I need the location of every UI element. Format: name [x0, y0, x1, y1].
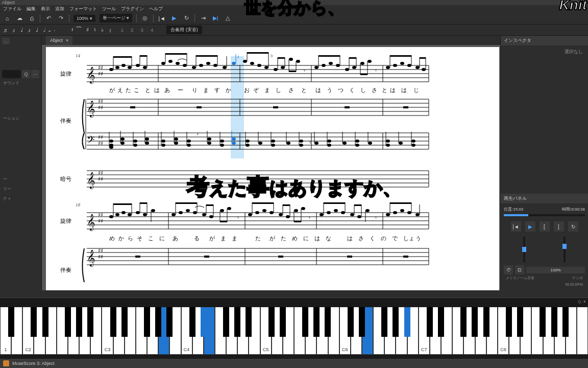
rewind-icon[interactable]: |◄ — [158, 14, 166, 22]
piano-black-key[interactable] — [87, 307, 93, 337]
piano-black-key[interactable] — [427, 307, 433, 337]
note-16-icon[interactable]: ♩ — [20, 27, 23, 33]
sharp-icon[interactable]: ♯ — [86, 27, 89, 33]
piano-black-key[interactable] — [302, 307, 308, 337]
piano-black-key[interactable] — [110, 307, 116, 337]
close-tab-icon[interactable]: × — [66, 38, 68, 43]
repeat-icon[interactable]: ⇥ — [199, 14, 207, 22]
svg-point-74 — [352, 66, 356, 69]
flat-icon[interactable]: ♭ — [101, 27, 104, 33]
piano-black-key[interactable] — [393, 307, 399, 337]
palette-item[interactable]: ティ — [2, 194, 39, 203]
metronome-volume-slider[interactable] — [523, 237, 525, 262]
piano-black-key[interactable] — [404, 307, 410, 337]
menu-file[interactable]: ファイル — [3, 6, 21, 12]
piano-black-key[interactable] — [280, 307, 286, 337]
piano-black-key[interactable] — [166, 307, 173, 337]
document-tab[interactable]: Abject × — [46, 36, 72, 45]
piano-black-key[interactable] — [189, 307, 195, 337]
piano-black-key[interactable] — [246, 307, 252, 337]
piano-black-key[interactable] — [121, 307, 128, 337]
piano-black-key[interactable] — [144, 307, 150, 337]
metronome-icon[interactable]: △ — [224, 14, 232, 22]
redo-icon[interactable]: ↷ — [57, 14, 65, 22]
loop-end-button[interactable]: ] — [554, 221, 564, 232]
piano-black-key[interactable] — [438, 307, 444, 337]
piano-white-key[interactable] — [577, 307, 588, 355]
tempo-percent[interactable]: 100% — [526, 267, 585, 273]
note-32-icon[interactable]: ♪ — [12, 27, 15, 33]
dot-icon[interactable]: · — [54, 27, 55, 33]
piano-black-key[interactable] — [325, 307, 331, 337]
piano-black-key[interactable] — [268, 307, 275, 337]
palette-item[interactable]: ーション — [2, 113, 39, 123]
metronome-icon[interactable]: ⏱ — [504, 265, 513, 274]
note-64-icon[interactable]: ♬ — [3, 27, 7, 33]
home-icon[interactable]: ⌂ — [3, 14, 11, 22]
menu-view[interactable]: 表示 — [41, 6, 50, 12]
menu-edit[interactable]: 編集 — [27, 6, 36, 12]
palette-search[interactable] — [2, 70, 21, 78]
piano-black-key[interactable] — [540, 307, 546, 337]
tie-icon[interactable]: ⁀ — [77, 27, 81, 33]
panel-close-icon[interactable]: × — [583, 299, 586, 304]
search-icon[interactable]: Q — [22, 70, 30, 78]
piano-black-key[interactable] — [472, 307, 478, 337]
piano-black-key[interactable] — [506, 307, 512, 337]
piano-black-key[interactable] — [8, 307, 14, 337]
page-mode-select[interactable]: 単一ページ ▾ — [100, 14, 133, 22]
menu-add[interactable]: 追加 — [55, 6, 64, 12]
menu-tools[interactable]: ツール — [102, 6, 116, 12]
piano-black-key[interactable] — [234, 307, 240, 337]
note-4-icon[interactable]: ♩ — [36, 27, 38, 33]
piano-black-key[interactable] — [381, 307, 387, 337]
palette-item[interactable]: リー — [2, 184, 39, 194]
cloud-icon[interactable]: ☁ — [15, 14, 23, 22]
instrument-select[interactable]: 合奏用 (実音) — [166, 26, 202, 34]
loop-icon[interactable]: ↻ — [182, 14, 190, 22]
palette-item[interactable]: ー — [2, 174, 39, 184]
piano-black-key[interactable] — [31, 307, 37, 337]
piano-black-key[interactable] — [223, 307, 229, 337]
piano-black-key[interactable] — [551, 307, 557, 337]
zoom-select[interactable]: 100% ▾ — [74, 15, 95, 22]
score-viewport[interactable]: Abject × 14 𝄞 ♯♯♯♯ 旋律 — [42, 36, 500, 290]
playback-progress[interactable] — [504, 214, 585, 216]
note-8-icon[interactable]: ♪ — [28, 27, 31, 33]
piano-black-key[interactable] — [65, 307, 71, 337]
image-capture-icon[interactable]: ◎ — [141, 14, 149, 22]
piano-black-key[interactable] — [359, 307, 365, 337]
natural-icon[interactable]: ♮ — [94, 27, 96, 33]
panel-undock-icon[interactable]: ◇ — [578, 299, 581, 304]
palette-section[interactable]: サウンド — [2, 78, 39, 88]
menu-format[interactable]: フォーマット — [69, 6, 97, 12]
play-button[interactable]: ▶ — [525, 221, 535, 232]
piano-black-key[interactable] — [460, 307, 467, 337]
piano-black-key[interactable] — [483, 307, 489, 337]
piano-black-key[interactable] — [348, 307, 354, 337]
piano-black-key[interactable] — [155, 307, 161, 337]
count-in-icon[interactable]: ⊡ — [515, 265, 524, 274]
loop-start-button[interactable]: [ — [540, 221, 550, 232]
piano-black-key[interactable] — [76, 307, 82, 337]
svg-text:つ: つ — [338, 87, 344, 93]
play-icon[interactable]: ▶ — [170, 14, 178, 22]
flip-icon[interactable]: ↕ — [109, 27, 112, 33]
loop-button[interactable]: ↻ — [568, 221, 578, 232]
piano-black-key[interactable] — [562, 307, 569, 337]
more-icon[interactable]: ··· — [31, 70, 39, 78]
piano-black-key[interactable] — [42, 307, 48, 337]
midi-play-icon[interactable]: ▶| — [211, 14, 219, 22]
score-page[interactable]: 14 𝄞 ♯♯♯♯ 旋律 ♪ — [46, 47, 499, 290]
piano-black-key[interactable] — [201, 307, 207, 337]
rewind-button[interactable]: |◄ — [511, 221, 521, 232]
undo-icon[interactable]: ↶ — [44, 14, 53, 22]
piano-black-key[interactable] — [517, 307, 523, 337]
piano-black-key[interactable] — [313, 307, 320, 337]
menu-help[interactable]: ヘルプ — [149, 6, 163, 12]
print-icon[interactable]: ⎙ — [28, 14, 36, 22]
palette-tab[interactable]: ... — [2, 38, 10, 44]
tempo-slider[interactable] — [564, 237, 566, 262]
menu-plugins[interactable]: プラグイン — [121, 6, 144, 12]
voice-selector[interactable]: 1 2 3 4 — [121, 28, 157, 33]
